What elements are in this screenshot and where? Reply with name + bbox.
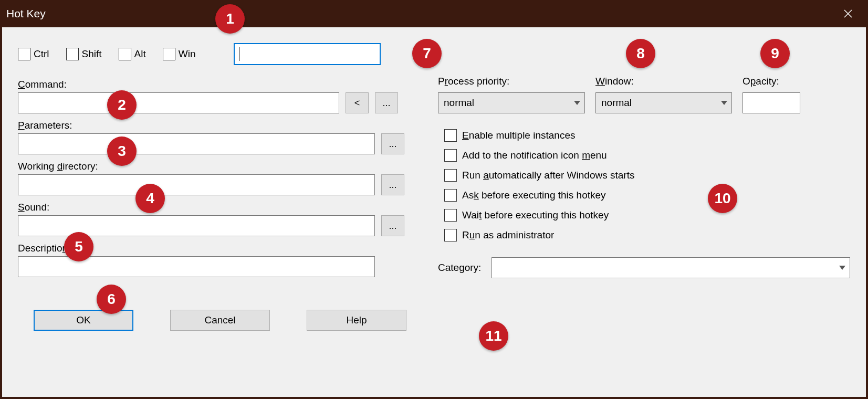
badge-11: 11 bbox=[479, 321, 508, 351]
alt-checkbox[interactable]: Alt bbox=[119, 48, 146, 60]
checkbox-icon bbox=[444, 229, 457, 242]
checkbox-icon bbox=[444, 129, 457, 142]
checkbox-icon bbox=[163, 48, 175, 60]
checkbox-icon bbox=[119, 48, 131, 60]
opacity-label: Opacity: bbox=[742, 76, 800, 87]
badge-7: 7 bbox=[412, 39, 442, 68]
option-label: Run as administrator bbox=[462, 229, 554, 241]
command-browse-button[interactable]: ... bbox=[375, 92, 398, 113]
command-label: Command: bbox=[18, 79, 67, 90]
working-directory-browse-button[interactable]: ... bbox=[381, 174, 404, 195]
option-label: Ask before executing this hotkey bbox=[462, 190, 606, 201]
combo-value: normal bbox=[444, 97, 474, 109]
badge-8: 8 bbox=[626, 39, 655, 68]
working-directory-input[interactable] bbox=[18, 174, 375, 195]
wait-before-executing-checkbox[interactable]: Wait before executing this hotkey bbox=[444, 209, 850, 222]
sound-label: Sound: bbox=[18, 202, 49, 213]
checkbox-icon bbox=[444, 189, 457, 202]
alt-label: Alt bbox=[134, 48, 146, 60]
process-priority-combo[interactable]: normal bbox=[438, 92, 585, 113]
badge-9: 9 bbox=[760, 39, 790, 68]
option-label: Enable multiple instances bbox=[462, 130, 575, 141]
ask-before-executing-checkbox[interactable]: Ask before executing this hotkey bbox=[444, 189, 850, 202]
working-directory-label: Working directory: bbox=[18, 161, 98, 172]
parameters-label: Parameters: bbox=[18, 120, 72, 131]
ellipsis-icon: ... bbox=[389, 139, 396, 150]
run-automatically-checkbox[interactable]: Run automatically after Windows starts bbox=[444, 169, 850, 182]
badge-2: 2 bbox=[107, 90, 137, 120]
category-label: Category: bbox=[438, 262, 481, 274]
command-input[interactable] bbox=[18, 92, 339, 113]
win-checkbox[interactable]: Win bbox=[163, 48, 196, 60]
badge-10: 10 bbox=[708, 184, 737, 213]
add-to-notification-menu-checkbox[interactable]: Add to the notification icon menu bbox=[444, 149, 850, 162]
opacity-input[interactable] bbox=[742, 92, 800, 113]
checkbox-icon bbox=[18, 48, 30, 60]
dialog-body: Ctrl Shift Alt Win Command: < ... Parame… bbox=[2, 27, 866, 397]
ellipsis-icon: ... bbox=[389, 180, 396, 191]
window-label: Window: bbox=[595, 76, 732, 87]
badge-6: 6 bbox=[97, 285, 126, 314]
title-bar: Hot Key bbox=[0, 0, 868, 27]
combo-value: normal bbox=[601, 97, 632, 109]
chevron-down-icon bbox=[839, 266, 845, 270]
command-back-button[interactable]: < bbox=[346, 92, 369, 113]
chevron-down-icon bbox=[721, 101, 727, 105]
shift-label: Shift bbox=[82, 48, 102, 60]
text-caret-icon bbox=[239, 47, 239, 61]
shift-checkbox[interactable]: Shift bbox=[66, 48, 102, 60]
window-combo[interactable]: normal bbox=[595, 92, 732, 113]
chevron-down-icon bbox=[574, 101, 580, 105]
checkbox-icon bbox=[66, 48, 79, 60]
badge-4: 4 bbox=[135, 184, 165, 213]
parameters-browse-button[interactable]: ... bbox=[381, 133, 404, 154]
ellipsis-icon: ... bbox=[389, 220, 396, 232]
close-button[interactable] bbox=[836, 5, 860, 22]
enable-multiple-instances-checkbox[interactable]: Enable multiple instances bbox=[444, 129, 850, 142]
checkbox-icon bbox=[444, 169, 457, 182]
category-combo[interactable] bbox=[491, 257, 850, 278]
close-icon bbox=[844, 9, 852, 18]
option-label: Add to the notification icon menu bbox=[462, 150, 607, 161]
badge-3: 3 bbox=[107, 136, 137, 166]
checkbox-icon bbox=[444, 149, 457, 162]
ctrl-label: Ctrl bbox=[34, 48, 49, 60]
option-label: Wait before executing this hotkey bbox=[462, 209, 609, 221]
help-button[interactable]: Help bbox=[307, 310, 406, 331]
checkbox-icon bbox=[444, 209, 457, 222]
hotkey-input[interactable] bbox=[234, 43, 381, 65]
window-title: Hot Key bbox=[6, 7, 46, 20]
sound-input[interactable] bbox=[18, 215, 375, 236]
ok-button[interactable]: OK bbox=[34, 310, 133, 331]
process-priority-label: Process priority: bbox=[438, 76, 585, 87]
ellipsis-icon: ... bbox=[382, 98, 390, 109]
description-label: Description: bbox=[18, 243, 70, 254]
run-as-administrator-checkbox[interactable]: Run as administrator bbox=[444, 229, 850, 242]
badge-1: 1 bbox=[215, 4, 245, 34]
ctrl-checkbox[interactable]: Ctrl bbox=[18, 48, 49, 60]
sound-browse-button[interactable]: ... bbox=[381, 215, 404, 236]
badge-5: 5 bbox=[64, 232, 93, 261]
parameters-input[interactable] bbox=[18, 133, 375, 154]
cancel-button[interactable]: Cancel bbox=[170, 310, 270, 331]
win-label: Win bbox=[179, 48, 196, 60]
option-label: Run automatically after Windows starts bbox=[462, 170, 634, 181]
chevron-left-icon: < bbox=[354, 98, 360, 109]
